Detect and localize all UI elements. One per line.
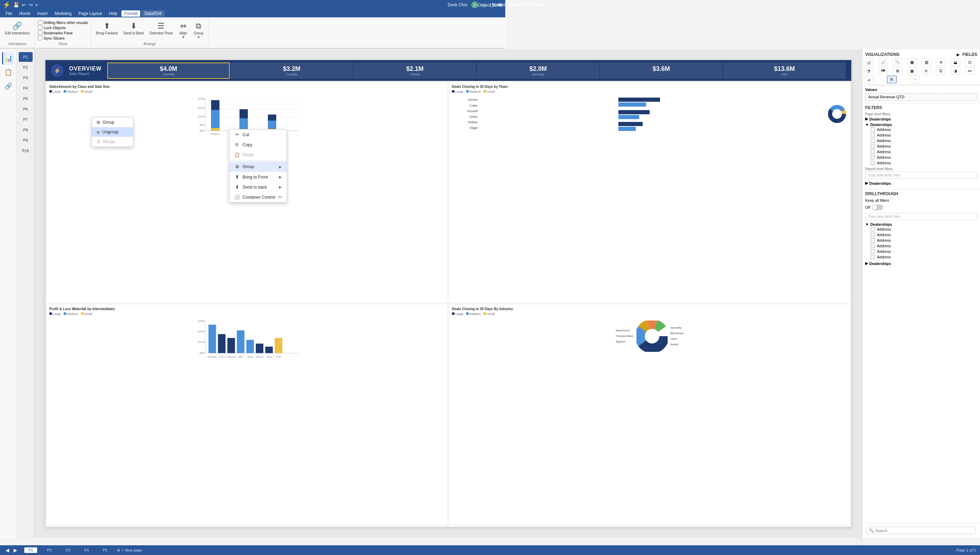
cut-icon: ✂: [234, 132, 240, 137]
ctx-sendback-icon: ⬇: [234, 184, 240, 189]
group-button[interactable]: ⧉ Group ▾: [192, 20, 205, 40]
copy-icon: ⎘: [234, 142, 240, 147]
svg-text:$20M: $20M: [198, 97, 205, 100]
checkbox-sync-slicers[interactable]: Sync Slicers: [38, 36, 88, 40]
ctx-sendback-arrow: ▶: [279, 185, 282, 189]
page-tab-p5[interactable]: P5: [19, 94, 33, 104]
ribbon-group-show: Drilling filters other visuals Lock Obje…: [35, 19, 91, 47]
ribbon: 🔗 Edit Interactions Interactions Drillin…: [0, 18, 505, 49]
menu-page-layout[interactable]: Page Layout: [76, 10, 104, 17]
sub-merge-icon: ⊞: [97, 139, 100, 144]
ctx-paste: 📋 Paste: [229, 150, 287, 160]
kpi-germany[interactable]: $2.0M Germany: [477, 63, 505, 79]
kpi-france[interactable]: $2.1M France: [353, 63, 476, 79]
ctx-group-icon: ⧉: [234, 164, 240, 170]
kpi-australia[interactable]: $4.0M Australia: [107, 63, 230, 79]
send-to-back-icon: ⬇: [131, 21, 137, 30]
menu-insert[interactable]: Insert: [34, 10, 50, 17]
menu-bar: File Home Insert Modeling Page Layout He…: [0, 10, 505, 18]
chart2-content: DennisColes RussellJones RobertDiggs: [452, 95, 505, 133]
user-name: Deok Choi: [448, 2, 467, 7]
align-button[interactable]: ⇔ Align ▾: [176, 20, 190, 40]
ctx-container-control[interactable]: ⬜ Container Control •••: [229, 192, 287, 202]
svg-rect-12: [211, 110, 219, 131]
menu-datadrill[interactable]: Data/Drill: [142, 10, 164, 17]
sub-menu-group: ⧉ Group ⧈ Ungroup ⊞ Merge: [92, 117, 133, 147]
group-dropdown-icon: ▾: [198, 35, 200, 39]
page-tab-p3[interactable]: P3: [19, 73, 33, 83]
user-avatar: D: [471, 2, 478, 8]
group-icon: ⧉: [196, 21, 201, 30]
dropdown-icon[interactable]: ▾: [36, 3, 37, 7]
left-icon-report[interactable]: 📊: [2, 52, 14, 64]
checkbox-drilling-filters[interactable]: Drilling filters other visuals: [38, 20, 88, 25]
svg-text:$15M: $15M: [198, 106, 205, 109]
left-sidebar: 📊 📋 🔗: [0, 49, 17, 278]
ctx-bringfront-arrow: ▶: [279, 175, 282, 179]
ctx-cut[interactable]: ✂ Cut: [229, 130, 287, 140]
ctx-copy[interactable]: ⎘ Copy: [229, 140, 287, 150]
title-bar: ⚡ 💾 ↩ ↪ ▾ Object Tools Untitled - Power …: [0, 0, 505, 10]
app-logo-icon: ⚡: [3, 1, 10, 9]
ribbon-group-interactions: 🔗 Edit Interactions Interactions: [0, 19, 35, 47]
page-tab-p6[interactable]: P6: [19, 104, 33, 114]
checkbox-lock-objects[interactable]: Lock Objects: [38, 26, 88, 30]
sub-group-icon: ⧉: [97, 120, 100, 125]
sub-ungroup-icon: ⧈: [97, 130, 99, 135]
sub-merge[interactable]: ⊞ Merge: [92, 137, 133, 147]
selection-pane-button[interactable]: ☰ Selection Pane: [147, 20, 175, 37]
menu-home[interactable]: Home: [16, 10, 33, 17]
send-to-back-button[interactable]: ⬇ Send to Back: [121, 20, 146, 37]
redo-icon[interactable]: ↪: [29, 2, 33, 8]
main-canvas: ⚡ OVERVIEW Sales Report $4.0M Australia …: [35, 49, 505, 278]
page-tab-p8[interactable]: P8: [19, 125, 33, 135]
svg-text:$10M: $10M: [198, 115, 205, 118]
page-tab-p10[interactable]: P10: [19, 146, 33, 156]
kpi-canada[interactable]: $3.2M Canada: [230, 63, 353, 79]
ctx-send-to-back[interactable]: ⬇ Send to back ▶: [229, 182, 287, 192]
menu-format[interactable]: Format: [122, 10, 140, 17]
sub-group[interactable]: ⧉ Group: [92, 117, 133, 127]
bring-forward-button[interactable]: ⬆ Bring Forward: [94, 20, 120, 37]
ribbon-group-arrange: ⬆ Bring Forward ⬇ Send to Back ☰ Selecti…: [91, 19, 209, 47]
report-title: OVERVIEW Sales Report: [69, 66, 102, 76]
bring-forward-icon: ⬆: [104, 21, 110, 30]
quick-access-save[interactable]: 💾: [13, 2, 19, 8]
left-icon-data[interactable]: 📋: [2, 66, 14, 79]
svg-text:Regular: Regular: [211, 132, 220, 135]
menu-help[interactable]: Help: [106, 10, 120, 17]
ctx-container-icon: ⬜: [234, 194, 240, 200]
chart-deals-team[interactable]: Deals Closing in 30 Days by Team Large M…: [449, 82, 505, 278]
svg-text:$0M: $0M: [200, 129, 205, 132]
page-tab-p9[interactable]: P9: [19, 135, 33, 145]
checkbox-bookmarks-pane[interactable]: Bookmarks Pane: [38, 30, 88, 35]
ctx-divider1: [229, 160, 287, 161]
edit-interactions-button[interactable]: 🔗 Edit Interactions: [3, 20, 32, 37]
page-tab-p1[interactable]: P1: [19, 52, 33, 62]
chart2-svg: [480, 95, 505, 133]
report-nav-icon[interactable]: ⚡: [51, 64, 64, 77]
ctx-group[interactable]: ⧉ Group ▶: [229, 162, 287, 172]
sub-ungroup[interactable]: ⧈ Ungroup: [92, 127, 133, 137]
ctx-bring-front-icon: ⬆: [234, 174, 240, 180]
ctx-group-arrow: ▶: [279, 165, 282, 169]
selection-pane-icon: ☰: [158, 21, 165, 30]
left-icon-model[interactable]: 🔗: [2, 80, 14, 92]
paste-icon: 📋: [234, 152, 240, 157]
svg-text:$5M: $5M: [200, 123, 205, 127]
ctx-container-arrow: •••: [278, 195, 282, 199]
align-dropdown-icon: ▾: [182, 35, 184, 39]
undo-icon[interactable]: ↩: [22, 2, 26, 8]
page-tab-p2[interactable]: P2: [19, 63, 33, 72]
edit-interactions-icon: 🔗: [13, 21, 22, 30]
report-header: ⚡ OVERVIEW Sales Report $4.0M Australia …: [45, 60, 505, 81]
app-title: Untitled - Power BI Desktop: [492, 2, 505, 7]
page-tab-p4[interactable]: P4: [19, 83, 33, 93]
align-icon: ⇔: [180, 21, 186, 30]
svg-rect-13: [211, 128, 219, 131]
page-tab-p7[interactable]: P7: [19, 115, 33, 124]
kpi-cards: $4.0M Australia $3.2M Canada $2.1M Franc…: [107, 63, 505, 79]
menu-modeling[interactable]: Modeling: [52, 10, 74, 17]
menu-file[interactable]: File: [3, 10, 15, 17]
ctx-bring-to-front[interactable]: ⬆ Bring to Front ▶: [229, 172, 287, 182]
